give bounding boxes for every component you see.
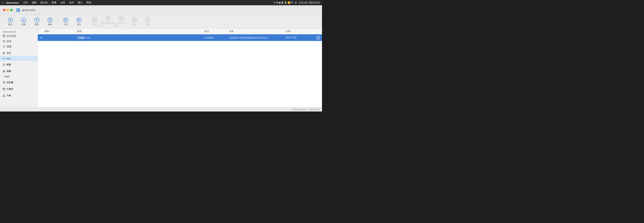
remotes-section: 远端 origin xyxy=(0,68,38,79)
cell-author: zhousifa <zhousifa@bosssoft.com.cn> xyxy=(228,36,284,39)
col-header-author: 作者 xyxy=(228,30,284,33)
apple-menu[interactable]:  xyxy=(2,1,4,4)
origin-label: origin xyxy=(4,75,10,78)
menubar-time: 10月13日 周四 09:26 xyxy=(299,1,320,4)
title-bar: git-flow (Git) xyxy=(0,5,322,15)
branch-icon xyxy=(63,17,68,22)
tags-section-header[interactable]: 标签 xyxy=(0,62,38,67)
commit-button[interactable]: 提交 xyxy=(4,16,17,27)
svg-point-48 xyxy=(3,96,4,97)
terminal-icon xyxy=(132,17,137,22)
minimize-button[interactable] xyxy=(6,9,9,11)
sidebar-item-origin[interactable]: origin xyxy=(0,74,38,79)
history-label: 历史 xyxy=(6,40,12,43)
close-button[interactable] xyxy=(3,9,6,11)
menubar-icons: 📱 ✉ ✱ ▦ 🖼 🔋 📶 🔍 🖥 xyxy=(270,1,297,4)
menu-item-格式化[interactable]: 格式化 xyxy=(39,0,49,5)
add-tag-button[interactable]: + xyxy=(316,36,320,40)
fetch-label: 抓取 xyxy=(48,23,52,26)
main-branch-label: main xyxy=(6,57,11,60)
merge-icon xyxy=(76,17,82,22)
traffic-lights xyxy=(3,9,13,11)
settings-button[interactable]: 设置 xyxy=(141,16,154,27)
stash-icon xyxy=(92,17,97,22)
app-name[interactable]: Sourcetree xyxy=(6,1,19,4)
sidebar-item-file-status[interactable]: 文件状态 xyxy=(0,33,38,39)
main-content: WORKSPACE 文件状态 xyxy=(0,28,322,107)
remote-icon xyxy=(106,16,110,21)
branches-section: 分支 ● main xyxy=(0,50,38,61)
menu-item-窗口[interactable]: 窗口 xyxy=(76,0,84,5)
settings-label: 设置 xyxy=(146,23,150,26)
window-title: git-flow (Git) xyxy=(22,9,35,11)
sidebar-item-history[interactable]: 历史 xyxy=(0,39,38,44)
fetch-icon xyxy=(48,17,52,22)
submodules-label: 子模块 xyxy=(6,88,13,91)
menu-item-动作[interactable]: 动作 xyxy=(68,0,76,5)
finder-button[interactable]: 在 Finder 中显示 xyxy=(114,16,128,27)
bottom-bar-text: CSDN @Sheldon 一直矩阵任平生 xyxy=(292,108,320,111)
cell-description: ⑂ main init xyxy=(76,36,203,39)
graph-indicator xyxy=(40,36,43,39)
fetch-button[interactable]: 抓取 xyxy=(44,16,57,27)
svg-point-47 xyxy=(4,95,4,95)
cell-date: 昨天 17:35 xyxy=(284,36,314,39)
menu-bar-right: 📱 ✉ ✱ ▦ 🖼 🔋 📶 🔍 🖥 10月13日 周四 09:26 xyxy=(270,1,320,4)
table-row[interactable]: ⑂ main init 2eab56c zhousifa <zhousifa@b… xyxy=(38,34,322,41)
current-branch-icon: ● xyxy=(3,57,4,60)
file-status-label: 文件状态 xyxy=(6,34,16,38)
branches-section-header[interactable]: 分支 xyxy=(0,50,38,56)
svg-point-13 xyxy=(78,19,79,20)
toolbar: 提交 拉取 推送 xyxy=(0,15,322,28)
stash-section: 已贮藏 xyxy=(0,80,38,85)
merge-label: 合并 xyxy=(77,23,81,26)
tags-section: 标签 xyxy=(0,62,38,67)
table-body: ⑂ main init 2eab56c zhousifa <zhousifa@b… xyxy=(38,34,322,107)
svg-line-50 xyxy=(3,95,4,96)
menu-item-查看[interactable]: 查看 xyxy=(50,0,58,5)
cell-graph xyxy=(38,36,76,39)
app-window: git-flow (Git) 提交 拉取 xyxy=(0,5,322,111)
sidebar-item-search[interactable]: 搜索 xyxy=(0,44,38,49)
svg-line-36 xyxy=(4,47,5,47)
remote-button[interactable]: 显示远程服务器 xyxy=(101,16,114,27)
branch-button[interactable]: 分支 xyxy=(59,16,72,27)
stash-button[interactable]: 贮藏 xyxy=(88,16,101,27)
menu-item-编辑[interactable]: 编辑 xyxy=(30,0,38,5)
svg-point-10 xyxy=(65,20,66,21)
stash-section-header[interactable]: 已贮藏 xyxy=(0,80,38,85)
svg-point-49 xyxy=(4,96,5,97)
subtrees-section: 子树 xyxy=(0,93,38,98)
menu-item-仓库[interactable]: 仓库 xyxy=(59,0,67,5)
svg-point-27 xyxy=(147,19,148,20)
branch-badge-name: main xyxy=(80,37,84,39)
pull-button[interactable]: 拉取 xyxy=(17,16,30,27)
menu-items: 文件编辑格式化查看仓库动作窗口帮助 xyxy=(22,0,93,5)
toolbar-sep-1 xyxy=(58,18,58,25)
cell-action: + xyxy=(314,36,322,40)
subtrees-section-header[interactable]: 子树 xyxy=(0,93,38,98)
svg-rect-17 xyxy=(94,19,96,21)
toolbar-sep-2 xyxy=(87,18,87,25)
sidebar-item-main[interactable]: ● main xyxy=(0,56,38,61)
svg-point-38 xyxy=(3,54,4,54)
pull-icon xyxy=(21,17,26,22)
commit-icon xyxy=(8,17,13,22)
merge-button[interactable]: 合并 xyxy=(72,16,86,27)
terminal-button[interactable]: 终端 xyxy=(128,16,141,27)
svg-rect-3 xyxy=(17,10,19,11)
col-header-commit: 提交 xyxy=(203,30,228,33)
submodules-section-header[interactable]: 子模块 xyxy=(0,86,38,92)
remotes-section-header[interactable]: 远端 xyxy=(0,68,38,74)
menu-item-文件[interactable]: 文件 xyxy=(22,0,30,5)
branch-badge-fork: ⑂ xyxy=(78,37,80,39)
push-button[interactable]: 推送 xyxy=(30,16,44,27)
finder-icon xyxy=(119,16,124,21)
svg-rect-2 xyxy=(17,10,18,10)
svg-point-24 xyxy=(121,18,121,18)
window-app-icon xyxy=(16,8,20,12)
settings-icon xyxy=(145,17,150,22)
maximize-button[interactable] xyxy=(10,9,13,11)
menu-item-帮助[interactable]: 帮助 xyxy=(85,0,93,5)
menu-bar:  Sourcetree 文件编辑格式化查看仓库动作窗口帮助 📱 ✉ ✱ ▦ 🖼… xyxy=(0,0,322,5)
